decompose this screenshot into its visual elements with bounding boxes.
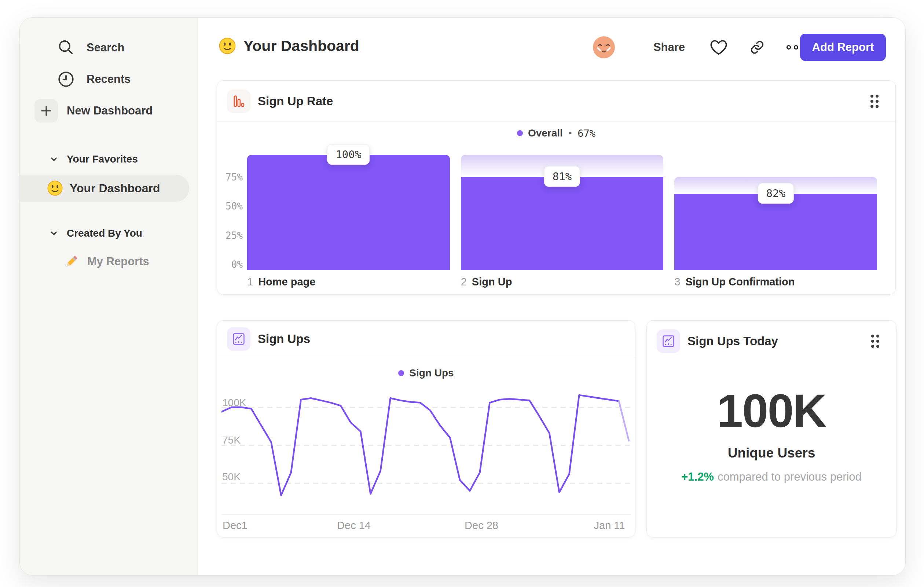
smiley-emoji-icon [47, 180, 63, 196]
sidebar-item-label: Your Dashboard [70, 182, 160, 195]
sign-ups-card-header: Sign Ups [217, 321, 635, 357]
chevron-down-icon [49, 154, 59, 164]
line-chart-icon [657, 329, 680, 353]
line-chart-plot: 100K 75K 50K [221, 379, 631, 514]
funnel-badge: 100% [327, 144, 370, 165]
funnel-bar-sign-up: 81% [461, 155, 664, 270]
drag-handle-icon[interactable] [869, 332, 881, 351]
funnel-bar-sign-up-confirmation: 82% [674, 155, 877, 270]
avatar[interactable] [593, 36, 615, 58]
sign-ups-card: Sign Ups Sign Ups 100K 75K 50K Dec1 Dec … [217, 320, 635, 537]
share-button[interactable]: Share [653, 41, 685, 54]
funnel-legend: Overall • 67% [217, 127, 895, 139]
pencil-emoji-icon [63, 253, 80, 270]
chevron-down-icon [49, 228, 59, 238]
sidebar-item-label: Recents [87, 73, 131, 86]
line-legend: Sign Ups [217, 367, 635, 379]
signup-rate-card: Sign Up Rate Overall • 67% 75% 50% 25% 0… [217, 80, 896, 294]
kpi-value: 100K [647, 384, 896, 438]
smiley-emoji-icon [219, 37, 236, 55]
sidebar-item-label: Search [87, 41, 124, 54]
x-tick: Dec 28 [465, 519, 498, 532]
x-tick: Jan 11 [594, 519, 625, 532]
line-chart-icon [227, 327, 251, 351]
funnel-bar-home-page: 100% [247, 155, 450, 270]
sidebar-item-search[interactable]: Search [56, 36, 124, 60]
sign-ups-today-header: Sign Ups Today [647, 321, 896, 362]
drag-handle-icon[interactable] [868, 92, 881, 111]
page-title: Your Dashboard [219, 37, 359, 55]
sidebar-section-favorites[interactable]: Your Favorites [49, 153, 138, 165]
y-tick: 25% [217, 230, 243, 241]
sidebar-section-created-by-you[interactable]: Created By You [49, 227, 142, 239]
kpi-change-caption: compared to previous period [718, 470, 862, 483]
line-chart-svg [221, 379, 631, 514]
card-title: Sign Ups [258, 332, 310, 346]
kpi-change-value: +1.2% [681, 470, 714, 483]
legend-dot [398, 370, 404, 376]
y-tick: 100K [222, 397, 246, 409]
add-report-button[interactable]: Add Report [800, 34, 886, 61]
sidebar-item-label: New Dashboard [67, 104, 153, 117]
search-icon [56, 38, 76, 57]
card-title: Sign Ups Today [688, 334, 778, 348]
x-axis-line [221, 514, 631, 515]
sidebar-item-label: My Reports [87, 255, 149, 268]
funnel-step-label: 3Sign Up Confirmation [674, 276, 795, 288]
y-tick: 75K [222, 434, 241, 446]
y-tick: 75% [217, 172, 243, 183]
kpi-change: +1.2%compared to previous period [647, 470, 896, 484]
legend-dot [517, 130, 523, 136]
card-title: Sign Up Rate [258, 94, 333, 108]
kpi-label: Unique Users [647, 445, 896, 461]
sidebar-item-new-dashboard[interactable]: New Dashboard [35, 99, 153, 122]
copy-link-icon[interactable] [748, 38, 766, 56]
funnel-plot: 100% 81% 82% [247, 155, 877, 270]
y-tick: 50% [217, 201, 243, 212]
x-tick: Dec1 [223, 519, 248, 532]
y-tick: 0% [217, 259, 243, 270]
app-window: Search Recents New Dashboard Your Favori… [20, 17, 906, 575]
sidebar: Search Recents New Dashboard Your Favori… [20, 18, 198, 575]
sidebar-item-your-dashboard[interactable]: Your Dashboard [20, 175, 189, 202]
funnel-step-label: 2Sign Up [461, 276, 512, 288]
funnel-step-label: 1Home page [247, 276, 315, 288]
signup-rate-card-header: Sign Up Rate [217, 81, 895, 122]
funnel-chart-icon [227, 89, 251, 113]
x-tick: Dec 14 [337, 519, 371, 532]
favorite-heart-icon[interactable] [709, 38, 728, 57]
plus-icon [35, 99, 58, 122]
sidebar-item-recents[interactable]: Recents [56, 68, 131, 91]
sidebar-item-my-reports[interactable]: My Reports [63, 250, 149, 273]
funnel-badge: 81% [544, 166, 580, 187]
y-tick: 50K [222, 471, 241, 483]
funnel-badge: 82% [757, 183, 794, 203]
sign-ups-today-card: Sign Ups Today 100K Unique Users +1.2%co… [647, 320, 896, 537]
clock-icon [56, 70, 76, 89]
funnel-step-labels: 1Home page 2Sign Up 3Sign Up Confirmatio… [247, 276, 877, 291]
